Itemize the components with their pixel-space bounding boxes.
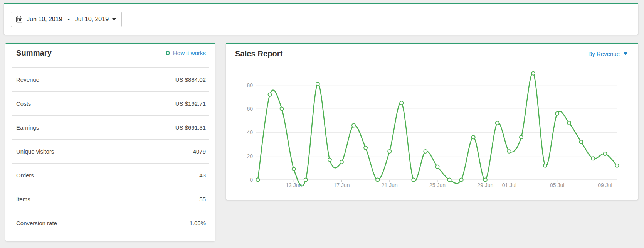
calendar-icon (16, 16, 23, 23)
chevron-down-icon (624, 52, 627, 55)
data-point-marker[interactable] (388, 150, 391, 153)
metric-value: 55 (199, 196, 206, 202)
chevron-down-icon (112, 18, 116, 20)
sales-report-card: Sales Report By Revenue 02040608013 Jun1… (226, 43, 638, 200)
data-point-marker[interactable] (543, 164, 547, 167)
data-point-marker[interactable] (555, 112, 559, 115)
x-axis-tick-label: 09 Jul (598, 182, 612, 188)
data-point-marker[interactable] (292, 167, 296, 171)
metric-value: US $192.71 (175, 100, 206, 107)
metric-value: 43 (199, 172, 206, 179)
data-point-marker[interactable] (472, 135, 475, 139)
data-point-marker[interactable] (424, 150, 427, 153)
x-axis-tick-label: 21 Jun (382, 182, 398, 188)
data-point-marker[interactable] (328, 158, 331, 161)
date-range-start: Jun 10, 2019 (27, 16, 62, 23)
metric-label: Costs (16, 100, 31, 107)
date-range-separator: - (68, 16, 70, 23)
revenue-line (258, 73, 617, 186)
how-it-works-label: How it works (173, 50, 206, 56)
metric-label: Items (16, 196, 30, 202)
info-ring-icon (166, 51, 170, 55)
data-point-marker[interactable] (400, 101, 403, 105)
summary-metrics-list: RevenueUS $884.02CostsUS $192.71Earnings… (12, 68, 209, 235)
summary-row-unique-visitors: Unique visitors4079 (12, 140, 209, 164)
analytics-dashboard: Jun 10, 2019 - Jul 10, 2019 Summary How … (0, 0, 644, 241)
data-point-marker[interactable] (615, 164, 619, 167)
summary-row-orders: Orders43 (12, 164, 209, 187)
summary-row-items: Items55 (12, 187, 209, 211)
data-point-marker[interactable] (376, 178, 379, 182)
by-revenue-label: By Revenue (588, 51, 620, 57)
data-point-marker[interactable] (412, 178, 415, 182)
metric-value: US $884.02 (175, 76, 206, 83)
metric-label: Earnings (16, 124, 39, 131)
by-revenue-dropdown[interactable]: By Revenue (588, 51, 627, 57)
summary-row-revenue: RevenueUS $884.02 (12, 68, 209, 92)
data-point-marker[interactable] (364, 146, 367, 150)
data-point-marker[interactable] (603, 152, 607, 155)
metric-label: Revenue (16, 76, 39, 83)
metric-value: 4079 (193, 148, 206, 155)
dashboard-content: Summary How it works RevenueUS $884.02Co… (5, 43, 640, 241)
date-range-picker-button[interactable]: Jun 10, 2019 - Jul 10, 2019 (11, 12, 122, 27)
data-point-marker[interactable] (352, 124, 355, 127)
how-it-works-link[interactable]: How it works (166, 50, 206, 56)
data-point-marker[interactable] (280, 107, 284, 111)
y-axis-tick-label: 40 (247, 129, 253, 135)
metric-label: Unique visitors (16, 148, 54, 155)
sales-report-header: Sales Report By Revenue (235, 49, 627, 58)
data-point-marker[interactable] (496, 121, 499, 125)
date-filter-bar: Jun 10, 2019 - Jul 10, 2019 (4, 3, 638, 35)
x-axis-tick-label: 17 Jun (333, 182, 350, 188)
x-axis-tick-label: 01 Jul (502, 182, 516, 188)
data-point-marker[interactable] (460, 178, 463, 182)
summary-title: Summary (16, 49, 52, 57)
data-point-marker[interactable] (531, 72, 535, 75)
summary-row-conversion-rate: Conversion rate1.05% (12, 211, 209, 235)
sales-report-title: Sales Report (235, 49, 282, 58)
data-point-marker[interactable] (316, 82, 319, 86)
metric-value: 1.05% (189, 220, 206, 226)
x-axis-tick-label: 29 Jun (477, 182, 493, 188)
summary-card: Summary How it works RevenueUS $884.02Co… (5, 43, 215, 241)
data-point-marker[interactable] (304, 178, 308, 182)
y-axis-tick-label: 80 (247, 82, 253, 88)
y-axis-tick-label: 60 (247, 106, 253, 112)
data-point-marker[interactable] (520, 135, 523, 139)
x-axis-tick-label: 05 Jul (550, 182, 564, 188)
data-point-marker[interactable] (340, 160, 343, 164)
summary-header: Summary How it works (12, 44, 209, 68)
metric-label: Conversion rate (16, 220, 57, 226)
sales-line-chart[interactable]: 02040608013 Jun17 Jun21 Jun25 Jun29 Jun0… (226, 44, 638, 200)
data-point-marker[interactable] (448, 178, 451, 182)
data-point-marker[interactable] (484, 178, 487, 182)
data-point-marker[interactable] (567, 121, 571, 125)
data-point-marker[interactable] (591, 157, 595, 160)
date-range-end: Jul 10, 2019 (75, 16, 109, 23)
data-point-marker[interactable] (508, 150, 511, 153)
y-axis-tick-label: 20 (247, 153, 253, 159)
data-point-marker[interactable] (436, 165, 439, 169)
summary-row-costs: CostsUS $192.71 (12, 92, 209, 116)
y-axis-tick-label: 0 (250, 177, 253, 183)
x-axis-tick-label: 25 Jun (429, 182, 446, 188)
metric-value: US $691.31 (175, 124, 206, 131)
data-point-marker[interactable] (579, 140, 583, 143)
data-point-marker[interactable] (268, 93, 272, 96)
summary-row-earnings: EarningsUS $691.31 (12, 116, 209, 140)
metric-label: Orders (16, 172, 34, 179)
data-point-marker[interactable] (256, 178, 260, 182)
